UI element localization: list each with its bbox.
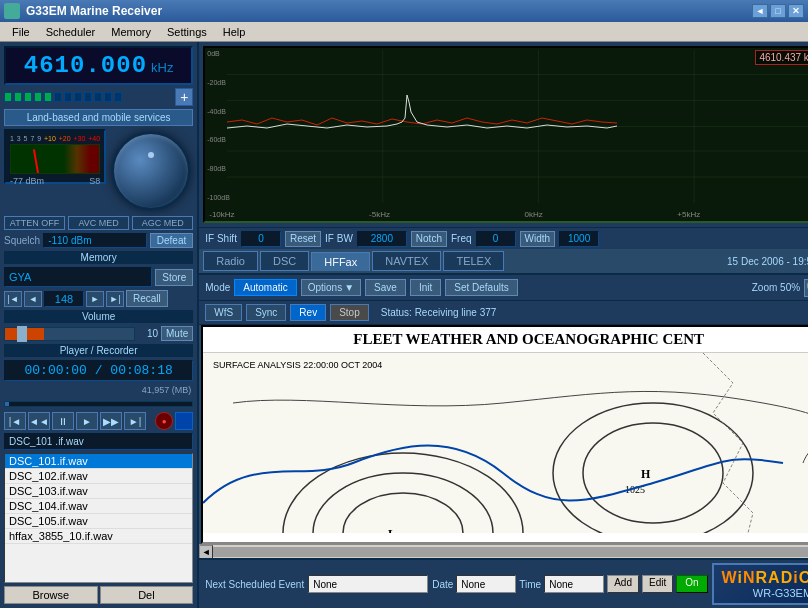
memory-input[interactable] [4, 267, 152, 287]
close-button[interactable]: ✕ [788, 4, 804, 18]
sig-bar-3 [24, 92, 32, 102]
avc-button[interactable]: AVC MED [68, 216, 129, 230]
stop-button[interactable]: Stop [330, 304, 369, 321]
freq-input[interactable] [476, 231, 516, 247]
menu-settings[interactable]: Settings [159, 24, 215, 40]
transport-pause[interactable]: ⏸ [52, 412, 74, 430]
rec-indicator [175, 412, 193, 430]
mem-first-button[interactable]: |◄ [4, 291, 22, 307]
tuning-knob[interactable] [111, 131, 191, 211]
tab-radio[interactable]: Radio [203, 251, 258, 271]
current-file-ext: .if.wav [55, 436, 83, 447]
player-progress[interactable] [4, 401, 193, 407]
add-button[interactable]: Add [607, 575, 639, 593]
file-item[interactable]: DSC_102.if.wav [5, 469, 192, 484]
sig-bar-11 [104, 92, 112, 102]
squelch-row: Squelch -110 dBm Defeat [4, 233, 193, 248]
transport-play[interactable]: ► [76, 412, 98, 430]
transport-last[interactable]: ►| [124, 412, 146, 430]
next-event-value[interactable] [308, 575, 428, 593]
right-panel: 4610.437 kHz, -30 dB 0dB -20dB -40dB -60… [199, 42, 808, 608]
options-button[interactable]: Options ▼ [301, 279, 361, 296]
record-button[interactable]: ● [155, 412, 173, 430]
save-button[interactable]: Save [365, 279, 406, 296]
file-item[interactable]: hffax_3855_10.if.wav [5, 529, 192, 544]
frequency-value[interactable]: 4610.000 [24, 52, 147, 79]
time-value[interactable] [544, 575, 604, 593]
sig-bar-6 [54, 92, 62, 102]
mem-next-button[interactable]: ► [86, 291, 104, 307]
if-bw-label: IF BW [325, 233, 353, 244]
sig-bar-9 [84, 92, 92, 102]
mode-automatic-button[interactable]: Automatic [234, 279, 296, 296]
file-list[interactable]: DSC_101.if.wav DSC_102.if.wav DSC_103.if… [4, 453, 193, 583]
transport-ff[interactable]: ▶▶ [100, 412, 122, 430]
mem-prev-button[interactable]: ◄ [24, 291, 42, 307]
transport-rewind[interactable]: ◄◄ [28, 412, 50, 430]
volume-row: 10 Mute [4, 326, 193, 341]
fax-scrollbar-h: ◄ ► [199, 544, 808, 558]
file-item[interactable]: DSC_104.if.wav [5, 499, 192, 514]
init-button[interactable]: Init [410, 279, 441, 296]
fax-scroll-left-btn[interactable]: ◄ [199, 545, 213, 559]
wfs-button[interactable]: WfS [205, 304, 242, 321]
recall-button[interactable]: Recall [126, 290, 168, 307]
squelch-label: Squelch [4, 235, 40, 246]
if-bw-input[interactable] [357, 231, 407, 247]
delete-button[interactable]: Del [100, 586, 194, 604]
memory-number[interactable]: 148 [44, 291, 84, 307]
menu-memory[interactable]: Memory [103, 24, 159, 40]
sync-button[interactable]: Sync [246, 304, 286, 321]
edit-button[interactable]: Edit [642, 575, 673, 593]
date-value[interactable] [456, 575, 516, 593]
defeat-button[interactable]: Defeat [150, 233, 193, 248]
bottom-bar: Next Scheduled Event Date Time Add Edit … [199, 558, 808, 608]
mem-last-button[interactable]: ►| [106, 291, 124, 307]
notch-button[interactable]: Notch [411, 231, 447, 247]
progress-fill [5, 402, 9, 406]
memory-row: Store [4, 267, 193, 287]
squelch-value[interactable]: -110 dBm [43, 233, 147, 248]
volume-header: Volume [4, 310, 193, 323]
menu-bar: File Scheduler Memory Settings Help [0, 22, 808, 42]
mute-button[interactable]: Mute [161, 326, 193, 341]
tab-dsc[interactable]: DSC [260, 251, 309, 271]
sig-bar-8 [74, 92, 82, 102]
file-item[interactable]: DSC_103.if.wav [5, 484, 192, 499]
zoom-in-button[interactable]: 🔍 [804, 279, 808, 297]
minimize-button[interactable]: ◄ [752, 4, 768, 18]
file-item[interactable]: DSC_105.if.wav [5, 514, 192, 529]
mode-bar: Mode Automatic Options ▼ Save Init Set D… [199, 275, 808, 301]
weather-map-svg: SURFACE ANALYSIS 22:00:00 OCT 2004 L 103… [203, 353, 808, 533]
player-time: 00:00:00 / 00:08:18 [4, 360, 193, 381]
tab-telex[interactable]: TELEX [443, 251, 504, 271]
fax-scroll-track-h[interactable] [213, 547, 808, 557]
spectrum-x-scale: -10kHz -5kHz 0kHz +5kHz +10kHz [209, 210, 808, 219]
on-button[interactable]: On [676, 575, 707, 593]
menu-scheduler[interactable]: Scheduler [38, 24, 104, 40]
agc-button[interactable]: AGC MED [132, 216, 193, 230]
if-reset-button[interactable]: Reset [285, 231, 321, 247]
tab-hffax[interactable]: HFFax [311, 252, 370, 271]
frequency-add-button[interactable]: + [175, 88, 193, 106]
maximize-button[interactable]: □ [770, 4, 786, 18]
if-shift-input[interactable] [241, 231, 281, 247]
width-input[interactable] [559, 231, 599, 247]
defaults-button[interactable]: Set Defaults [445, 279, 517, 296]
if-controls: IF Shift Reset IF BW Notch Freq Width [199, 227, 808, 249]
menu-help[interactable]: Help [215, 24, 254, 40]
volume-slider[interactable] [4, 327, 135, 341]
tab-navtex[interactable]: NAVTEX [372, 251, 441, 271]
width-button[interactable]: Width [520, 231, 556, 247]
browse-button[interactable]: Browse [4, 586, 98, 604]
sig-bar-2 [14, 92, 22, 102]
atten-button[interactable]: ATTEN OFF [4, 216, 65, 230]
rev-button[interactable]: Rev [290, 304, 326, 321]
transport-first[interactable]: |◄ [4, 412, 26, 430]
menu-file[interactable]: File [4, 24, 38, 40]
vu-needle-area [10, 144, 100, 174]
store-button[interactable]: Store [155, 269, 193, 286]
file-item[interactable]: DSC_101.if.wav [5, 454, 192, 469]
sig-bar-5 [44, 92, 52, 102]
svg-text:L: L [388, 527, 396, 533]
